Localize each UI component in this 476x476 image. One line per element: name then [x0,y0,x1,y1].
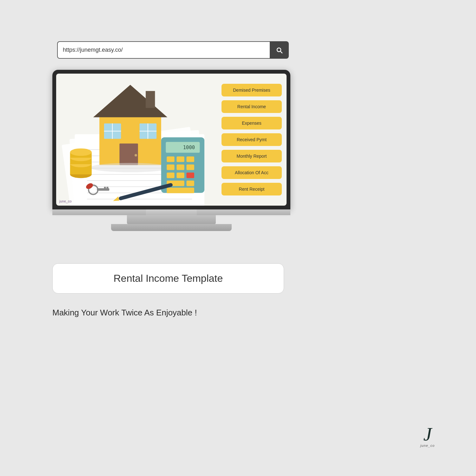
menu-btn-expenses[interactable]: Expenses [221,117,282,129]
rental-income-box: Rental Income Template [52,263,284,294]
menu-btn-rent-receipt[interactable]: Rent Receipt [221,183,282,195]
search-button[interactable] [270,41,289,59]
monitor-base-bottom [52,224,290,231]
svg-rect-41 [187,156,194,162]
svg-rect-33 [104,187,106,189]
svg-rect-46 [177,173,184,178]
menu-btn-rental-income[interactable]: Rental Income [221,100,282,113]
menu-btn-allocation-of-acc[interactable]: Allocation Of Acc [221,166,282,179]
monitor-base-top [52,215,290,224]
svg-rect-39 [167,156,174,162]
logo-sub: june_co [420,444,435,447]
svg-point-30 [70,149,92,156]
url-input[interactable]: https://junemgt.easy.co/ [57,41,270,59]
svg-rect-44 [187,164,194,170]
svg-rect-40 [177,156,184,162]
screen-menu: Demised PremisesRental IncomeExpensesRec… [217,74,287,206]
svg-rect-43 [177,164,184,170]
svg-rect-14 [146,91,155,108]
svg-rect-42 [167,164,174,170]
svg-text:1000: 1000 [183,145,195,150]
monitor-screen: 1000 [56,74,287,206]
tagline: Making Your Work Twice As Enjoyable ! [52,308,197,318]
svg-marker-13 [93,85,168,117]
svg-rect-49 [187,181,194,186]
svg-rect-50 [167,188,194,193]
monitor-screen-outer: 1000 [52,70,290,209]
svg-point-16 [135,154,137,156]
screen-watermark: june_co [59,199,72,203]
svg-rect-47 [187,173,194,178]
search-icon [275,46,283,54]
monitor-neck [52,209,290,215]
menu-btn-received-pymt[interactable]: Received Pymt [221,133,282,146]
logo: J june_co [420,425,435,447]
svg-rect-45 [167,173,174,178]
menu-btn-demised-premises[interactable]: Demised Premises [221,84,282,96]
screen-illustration: 1000 [56,74,217,206]
url-text: https://junemgt.easy.co/ [63,47,123,53]
logo-letter: J [423,425,432,444]
svg-point-23 [90,163,170,172]
menu-btn-monthly-report[interactable]: Monthly Report [221,150,282,162]
monitor: 1000 [52,70,290,231]
url-bar-container: https://junemgt.easy.co/ [57,41,289,59]
rental-box-text: Rental Income Template [114,273,223,284]
svg-rect-34 [107,187,109,189]
